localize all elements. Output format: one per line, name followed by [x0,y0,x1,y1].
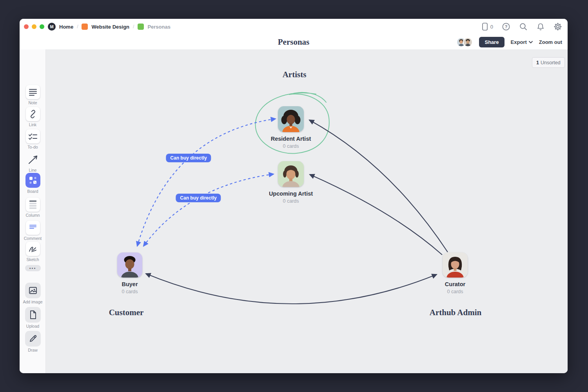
edge-curator-upcoming-artist [310,174,442,255]
group-title-arthub-admin[interactable]: Arthub Admin [430,308,481,318]
persona-name: Curator [445,281,465,287]
persona-card-count: 0 cards [447,289,463,294]
persona-card-count: 0 cards [283,198,299,204]
persona-card-curator[interactable]: Curator 0 cards [426,252,485,294]
persona-card-buyer[interactable]: Buyer 0 cards [100,252,159,294]
unsorted-badge[interactable]: 1 Unsorted [532,57,565,68]
resident-artist-avatar [278,106,304,132]
edge-buyer-resident-artist [137,119,276,246]
buyer-avatar [117,252,142,278]
edge-buyer-curator [146,274,437,304]
group-title-customer[interactable]: Customer [109,308,144,318]
persona-card-resident-artist[interactable]: Resident Artist 0 cards [261,106,320,149]
group-title-artists[interactable]: Artists [283,70,307,80]
persona-name: Upcoming Artist [269,191,313,197]
upcoming-artist-avatar [278,161,304,187]
edge-buyer-upcoming-artist [143,174,274,246]
persona-card-count: 0 cards [122,289,138,294]
persona-card-count: 0 cards [283,143,299,149]
persona-name: Resident Artist [271,136,311,142]
curator-avatar [443,252,468,278]
edge-label-can-buy-directly[interactable]: Can buy directly [166,154,211,162]
edge-label-can-buy-directly[interactable]: Can buy directly [176,194,221,202]
edge-curator-resident-artist [309,120,448,252]
persona-card-upcoming-artist[interactable]: Upcoming Artist 0 cards [261,161,320,204]
app-window: M Home / Website Design / Personas 0 ? [20,19,568,373]
persona-name: Buyer [122,281,138,287]
board-layer: 1 Unsorted Artists Customer Arthub Admin… [20,19,568,373]
